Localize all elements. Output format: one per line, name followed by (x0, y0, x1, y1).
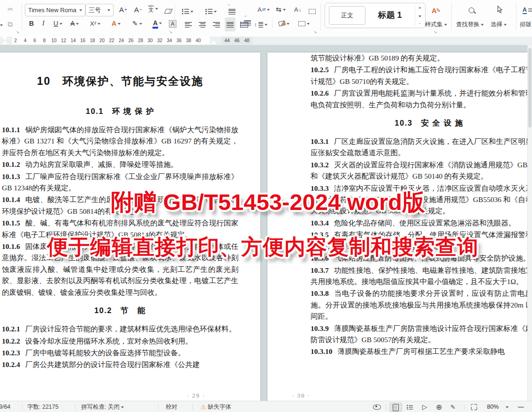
bold-button[interactable]: B (29, 18, 34, 29)
brush-icon: ✎ (436, 7, 441, 14)
distribute-text-button[interactable] (240, 19, 248, 30)
increase-font-button[interactable]: A+ (119, 4, 127, 15)
ruler-number: 14 (70, 38, 76, 43)
scroll-down-icon[interactable] (418, 15, 421, 19)
missing-font-label: 缺失字体 (208, 403, 231, 411)
sort-button[interactable]: A↓ (294, 4, 301, 15)
spell-check-toggle[interactable]: 拼写检查: 关闭 (81, 401, 124, 412)
clause-text: 薄膜陶瓷基板生产厂房防雷接地设计应符合现行国家标准《建筑物防雷设计规范》GB 5… (311, 324, 532, 344)
chevron-down-icon (98, 23, 100, 26)
bullet-list-button[interactable] (182, 6, 193, 17)
eye-protection-button[interactable] (373, 401, 381, 412)
style-set-label-button[interactable]: 样式集 (425, 19, 447, 30)
align-right-button[interactable] (213, 19, 220, 30)
borders-button[interactable] (298, 18, 310, 29)
underline-button[interactable]: U (53, 18, 62, 29)
font-dialog-launcher[interactable]: ↘ (169, 30, 173, 34)
align-center-button[interactable] (199, 19, 206, 30)
select-label-button[interactable]: 选择 (491, 19, 507, 30)
font-name-value: Times New Roma (28, 7, 76, 14)
font-size-value: 三号 (89, 6, 101, 15)
numbered-list-button[interactable] (205, 6, 217, 17)
first-line-indent-marker[interactable] (2, 37, 7, 40)
line-spacing-button[interactable]: ↕ (254, 19, 267, 30)
vertical-scrollbar[interactable] (527, 45, 532, 401)
bold-icon: B (29, 20, 34, 27)
cjk-layout-button[interactable]: ⇆ (276, 4, 286, 15)
zoom-dropdown[interactable] (506, 401, 509, 412)
italic-button[interactable]: I (42, 18, 45, 29)
document-area: 10 环境保护、节能与安全设施10.1 环 境 保 护10.1.1锅炉房烟囱气体… (0, 45, 532, 401)
pinyin-guide-button[interactable]: wén文 (148, 3, 158, 14)
scroll-up-icon[interactable] (418, 5, 421, 8)
missing-font-warning[interactable]: ⚠缺失字体 (201, 401, 231, 412)
word-count[interactable]: 字数: 22175 (27, 401, 59, 412)
style-dialog-launcher[interactable]: ↘ (433, 30, 437, 34)
chevron-down-icon (283, 9, 286, 12)
typeset-button[interactable]: A (523, 5, 532, 16)
align-justify-button[interactable] (225, 17, 236, 31)
superscript-button[interactable]: X² (90, 18, 100, 29)
clear-format-button[interactable] (165, 6, 172, 17)
clause-text: 厂房电子工程的设计和施工应符合现行国家标准《电子工程节能设计规范》GB 5071… (311, 66, 532, 85)
strikethrough-button[interactable]: A (70, 18, 79, 29)
font-color-button[interactable]: A (153, 17, 162, 29)
ruler-number: 10 (51, 38, 56, 43)
zoom-out-button[interactable]: — (518, 401, 524, 412)
style-set-button[interactable]: A✎ (432, 5, 441, 16)
clipboard-dialog-launcher[interactable]: ↘ (16, 30, 20, 34)
chevron-down-icon (107, 9, 110, 13)
ruler-number: 38 (186, 38, 191, 43)
outline-view-button[interactable] (406, 401, 413, 412)
cut-button[interactable]: ✂ (8, 4, 14, 15)
typeset-label: 排版 (520, 21, 532, 29)
typeset-label-button[interactable]: 排版 (520, 19, 532, 30)
font-size-select[interactable]: 三号 (85, 4, 114, 16)
web-view-button[interactable]: ⊕ (436, 401, 442, 412)
font-name-select[interactable]: Times New Roma (25, 4, 85, 16)
read-mode-button[interactable]: ▷ (422, 401, 427, 412)
style-heading1-label: 标题 1 (378, 9, 402, 21)
clause-text: 工厂噪声应符合现行国家标准《工业企业厂界环境噪声排放标准》GB 12348的有关… (2, 172, 238, 192)
clause-text: 有毒有害气体的存储、分配、使用场所应设置气体泄漏报警和排风装置，报警装置应与相应… (311, 231, 532, 250)
clause-paragraph: 10.2.4厂房公共建筑部分的设计应符合现行国家标准《公共建 (2, 359, 238, 370)
text-direction-button[interactable]: A⇄ (258, 4, 270, 15)
more-styles-icon[interactable] (418, 23, 421, 26)
find-replace-label-button[interactable]: 查找替换 (456, 19, 484, 30)
scrollbar-thumb[interactable] (528, 48, 532, 127)
chevron-down-icon (159, 22, 162, 26)
clause-paragraph: 10.3.2灭火器的设置应符合现行国家标准《消防设施通用规范》GB 55036和… (311, 159, 532, 182)
clause-number: 10.3.7 (311, 266, 329, 274)
zoom-level[interactable]: 80% (487, 401, 499, 412)
right-indent-marker[interactable] (211, 41, 216, 45)
align-left-button[interactable] (185, 19, 192, 30)
select-button[interactable] (496, 4, 503, 15)
highlight-color-button[interactable]: ✎ (132, 18, 142, 29)
clause-number: 10.2.4 (2, 360, 20, 368)
page-indicator[interactable]: 29/64 (0, 401, 10, 412)
show-formatting-marks-button[interactable] (309, 6, 316, 17)
clause-number: 10.2.3 (2, 349, 20, 357)
align-justify-icon (227, 22, 234, 28)
style-gallery-scroll (415, 5, 423, 26)
copy-button[interactable]: ⧉ (8, 19, 13, 30)
text-effect-button[interactable]: A (112, 18, 121, 29)
page-view-button[interactable] (389, 403, 402, 412)
style-normal[interactable]: 正文 (329, 6, 365, 25)
typeset-icon: A (523, 7, 527, 14)
hanging-indent-marker[interactable] (2, 41, 7, 45)
edit-mode-button[interactable]: ✎ (450, 401, 456, 412)
clause-text: 厂房设计应符合节能的要求，建筑材料应优先选用绿色环保材料。 (25, 325, 236, 333)
character-shading-button[interactable]: A (169, 18, 176, 30)
clause-paragraph: 10.3.9薄膜陶瓷基板生产厂房防雷接地设计应符合现行国家标准《建筑物防雷设计规… (311, 323, 532, 346)
find-replace-button[interactable] (469, 5, 474, 16)
paste-dropdown-caret[interactable] (0, 24, 3, 28)
style-heading1[interactable]: 标题 1 (370, 6, 410, 24)
clause-text: 固体废物、废液应分类处理，不得采取任何方式排入自然水体或任意抛弃。湿法工艺产生的… (2, 242, 238, 296)
paragraph-dialog-launcher[interactable]: ↘ (313, 30, 317, 34)
horizontal-ruler[interactable]: 2468101214161820222426283032343638404446… (0, 37, 532, 45)
proofread-button[interactable]: 校对 (166, 401, 177, 412)
decrease-font-button[interactable]: A− (134, 4, 142, 15)
fullscreen-button[interactable] (471, 401, 477, 412)
shading-button[interactable] (279, 18, 289, 29)
